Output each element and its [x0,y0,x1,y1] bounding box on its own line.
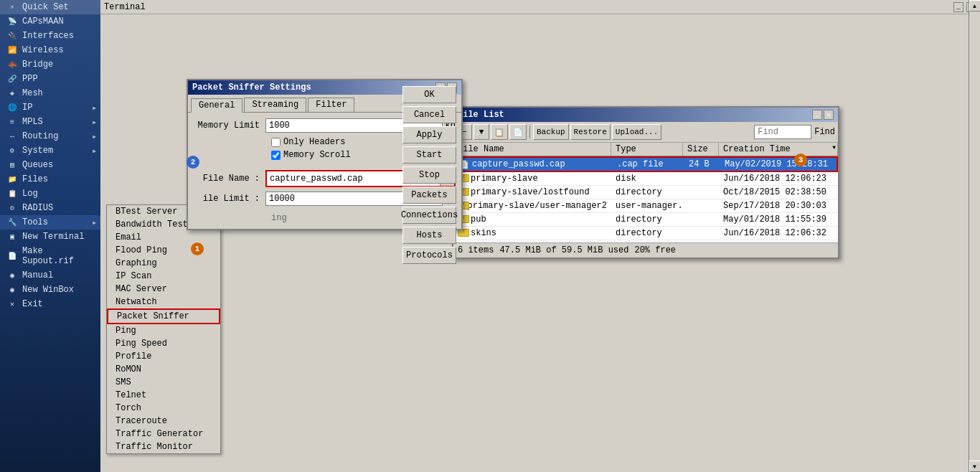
dropdown-packetsniffer[interactable]: Packet Sniffer [107,308,220,324]
sidebar-item-mpls[interactable]: ≡ MPLS ▶ [0,115,100,129]
file-cell-name-3: primary-slave/lostfound [453,187,611,198]
sidebar-item-system[interactable]: ⚙ System ▶ [0,143,100,158]
sidebar-item-newwinbox[interactable]: ◉ New WinBox [0,283,100,297]
dropdown-macserver[interactable]: MAC Server [107,283,220,296]
sidebar-item-makesupout[interactable]: 📄 Make Supout.rif [0,244,100,268]
file-name-label: File Name : [194,174,265,184]
packet-sniffer-window: Packet Sniffer Settings _ ✕ General Stre… [187,79,463,230]
filelist-minimize-btn[interactable]: _ [812,110,822,120]
stop-btn[interactable]: Stop [402,166,456,184]
restore-btn[interactable]: Restore [570,124,611,140]
only-headers-checkbox[interactable] [271,138,281,147]
col-type[interactable]: Type [611,143,683,156]
dropdown-ipscan[interactable]: IP Scan [107,270,220,283]
packets-btn[interactable]: Packets [402,187,456,204]
sidebar-item-exit[interactable]: ✕ Exit [0,297,100,311]
dropdown-traceroute[interactable]: Traceroute [107,415,220,428]
col-filename[interactable]: File Name [453,143,611,156]
dropdown-romon[interactable]: RoMON [107,363,220,376]
file-cell-size-4 [683,205,719,207]
file-row-usermanager[interactable]: primary-slave/user-manager2 user-manager… [453,199,838,213]
ok-btn[interactable]: OK [402,86,456,103]
dropdown-trafficmonitor[interactable]: Traffic Monitor [107,440,220,453]
main-area: Terminal _ □ BTest Server Bandwidth Test… [100,0,980,472]
connections-btn[interactable]: Connections [402,207,456,224]
system-arrow: ▶ [93,148,96,154]
manual-icon: ◉ [6,270,19,280]
paste-btn[interactable]: 📄 [509,124,527,140]
col-created[interactable]: Creation Time [719,143,838,156]
sidebar-item-routing[interactable]: ↔ Routing ▶ [0,129,100,143]
ip-arrow: ▶ [93,105,96,111]
filelist-toolbar: − ▼ 📋 📄 Backup Restore Upload... Find [453,122,838,143]
terminal-minimize-btn[interactable]: _ [953,2,963,12]
filelist-body: 📄 capture_passwd.cap .cap file 24 B May/… [453,156,838,242]
scroll-up-btn[interactable]: ▲ [969,0,981,11]
sidebar-item-quickset[interactable]: ⚡ Quick Set [0,0,100,14]
sidebar-item-files[interactable]: 📁 Files [0,172,100,187]
cancel-btn[interactable]: Cancel [402,106,456,123]
start-btn[interactable]: Start [402,146,456,164]
dropdown-netwatch[interactable]: Netwatch [107,296,220,308]
filelist-header: File Name Type Size Creation Time [453,143,838,156]
dropdown-graphing[interactable]: Graphing [107,257,220,270]
dropdown-profile[interactable]: Profile [107,350,220,363]
terminal-titlebar: Terminal _ □ [100,0,980,14]
file-row-pub[interactable]: pub directory May/01/2018 11:55:39 [453,213,838,227]
interfaces-icon: 🔌 [6,31,19,41]
dropdown-email[interactable]: Email [107,231,220,244]
file-row-capture[interactable]: 📄 capture_passwd.cap .cap file 24 B May/… [453,156,838,172]
toolbar-sep-1 [529,126,530,138]
scroll-down-btn[interactable]: ▼ [969,461,981,472]
sidebar-item-mesh[interactable]: ◈ Mesh [0,86,100,100]
upload-btn[interactable]: Upload... [612,124,661,140]
find-input[interactable] [754,125,811,139]
sidebar-item-log[interactable]: 📋 Log [0,187,100,201]
dropdown-trafficgen[interactable]: Traffic Generator [107,428,220,440]
hosts-btn[interactable]: Hosts [402,227,456,244]
filelist-storage: 47.5 MiB of 59.5 MiB used [499,245,628,255]
sidebar-item-ppp[interactable]: 🔗 PPP [0,72,100,86]
file-limit-label: ile Limit : [194,194,265,204]
file-row-lostfound[interactable]: primary-slave/lostfound directory Oct/18… [453,186,838,199]
memory-scroll-checkbox[interactable] [271,151,281,160]
radius-icon: ⊙ [6,203,19,213]
scrollbar-right: ▲ ▼ [969,0,980,472]
dropdown-telnet[interactable]: Telnet [107,389,220,402]
dropdown-pingspeed[interactable]: Ping Speed [107,337,220,350]
tab-filter[interactable]: Filter [308,98,354,112]
apply-btn[interactable]: Apply [402,126,456,143]
sidebar-item-tools[interactable]: 🔧 Tools ▶ [0,215,100,230]
sidebar-item-ip[interactable]: 🌐 IP ▶ [0,100,100,115]
copy-btn[interactable]: 📋 [491,124,508,140]
file-cell-type-2: disk [611,173,683,184]
sidebar-item-bridge[interactable]: 🌉 Bridge [0,57,100,72]
col-size[interactable]: Size [683,143,719,156]
quickset-icon: ⚡ [6,2,19,12]
tab-streaming[interactable]: Streaming [244,98,306,112]
protocols-btn[interactable]: Protocols [402,247,456,264]
tab-general[interactable]: General [191,98,242,113]
terminal-title: Terminal [104,2,952,12]
sidebar-item-wireless[interactable]: 📶 Wireless [0,43,100,57]
filelist-items-count: 6 items [458,245,494,255]
dropdown-torch[interactable]: Torch [107,402,220,415]
sidebar-item-manual[interactable]: ◉ Manual [0,268,100,283]
sidebar-item-capsman[interactable]: 📡 CAPsMAAN [0,14,100,29]
sidebar-item-interfaces[interactable]: 🔌 Interfaces [0,29,100,43]
file-cell-type-3: directory [611,187,683,198]
sidebar-item-radius[interactable]: ⊙ RADIUS [0,201,100,215]
sidebar-item-newterminal[interactable]: ▣ New Terminal [0,230,100,244]
sidebar-item-queues[interactable]: ▤ Queues [0,158,100,172]
backup-btn[interactable]: Backup [533,124,569,140]
filelist-close-btn[interactable]: ✕ [824,110,834,120]
dropdown-sms[interactable]: SMS [107,376,220,389]
action-panel: OK Cancel Apply Start Stop Packets Conne… [397,80,461,270]
file-cell-size-6 [683,232,719,234]
file-cell-created-3: Oct/18/2015 02:38:50 [719,187,838,198]
file-row-skins[interactable]: skins directory Jun/16/2018 12:06:32 [453,227,838,240]
file-row-primary-slave[interactable]: primary-slave disk Jun/16/2018 12:06:23 [453,172,838,186]
file-cell-size-2 [683,178,719,179]
dropdown-ping[interactable]: Ping [107,324,220,337]
filter-btn[interactable]: ▼ [473,124,489,140]
